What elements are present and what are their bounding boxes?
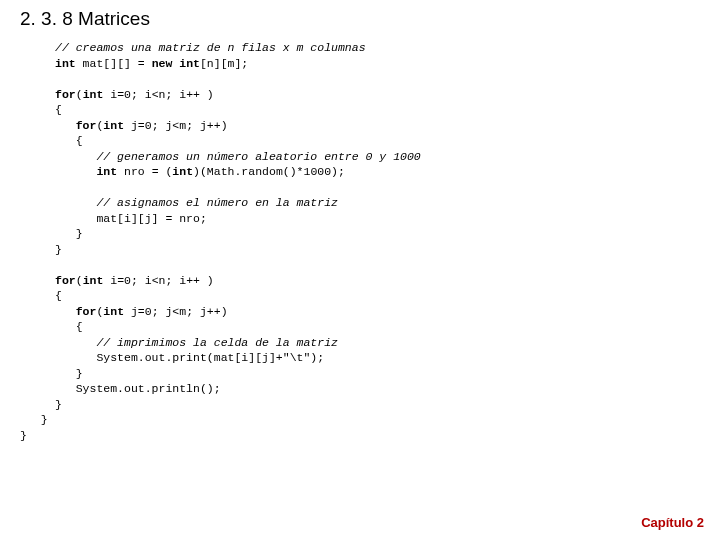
code-text: } bbox=[20, 413, 48, 426]
code-text: j=0; j<m; j++) bbox=[124, 305, 228, 318]
code-text: { bbox=[55, 289, 62, 302]
code-keyword: int bbox=[103, 305, 124, 318]
code-comment: // creamos una matriz de n filas x m col… bbox=[55, 41, 366, 54]
code-text: mat[i][j] = nro; bbox=[55, 212, 207, 225]
code-comment: // generamos un número aleatorio entre 0… bbox=[55, 150, 421, 163]
code-text: mat[][] = bbox=[76, 57, 152, 70]
code-text: ( bbox=[76, 274, 83, 287]
code-block: // creamos una matriz de n filas x m col… bbox=[0, 30, 720, 412]
code-text: [n][m]; bbox=[200, 57, 248, 70]
code-keyword: int bbox=[83, 88, 104, 101]
code-text: { bbox=[55, 134, 83, 147]
chapter-footer: Capítulo 2 bbox=[641, 515, 704, 530]
code-keyword: int bbox=[55, 57, 76, 70]
code-keyword: int bbox=[55, 165, 117, 178]
code-text: nro = ( bbox=[117, 165, 172, 178]
code-text: } bbox=[55, 243, 62, 256]
code-text: i=0; i<n; i++ ) bbox=[103, 88, 213, 101]
code-text: i=0; i<n; i++ ) bbox=[103, 274, 213, 287]
code-keyword: for bbox=[55, 119, 96, 132]
code-keyword: int bbox=[83, 274, 104, 287]
code-text: { bbox=[55, 320, 83, 333]
code-comment: // imprimimos la celda de la matriz bbox=[55, 336, 338, 349]
code-keyword: int bbox=[172, 165, 193, 178]
code-text: } bbox=[55, 398, 62, 411]
code-comment: // asignamos el número en la matriz bbox=[55, 196, 338, 209]
code-text: ( bbox=[76, 88, 83, 101]
code-keyword: int bbox=[103, 119, 124, 132]
code-keyword: new int bbox=[152, 57, 200, 70]
code-text: System.out.println(); bbox=[55, 382, 221, 395]
code-text: )(Math.random()*1000); bbox=[193, 165, 345, 178]
code-keyword: for bbox=[55, 274, 76, 287]
code-block-tail: } } bbox=[0, 412, 720, 443]
code-text: System.out.print(mat[i][j]+"\t"); bbox=[55, 351, 324, 364]
code-text: j=0; j<m; j++) bbox=[124, 119, 228, 132]
code-text: { bbox=[55, 103, 62, 116]
code-text: } bbox=[20, 429, 27, 442]
code-text: } bbox=[55, 367, 83, 380]
code-keyword: for bbox=[55, 305, 96, 318]
code-keyword: for bbox=[55, 88, 76, 101]
section-heading: 2. 3. 8 Matrices bbox=[0, 0, 720, 30]
code-text: } bbox=[55, 227, 83, 240]
